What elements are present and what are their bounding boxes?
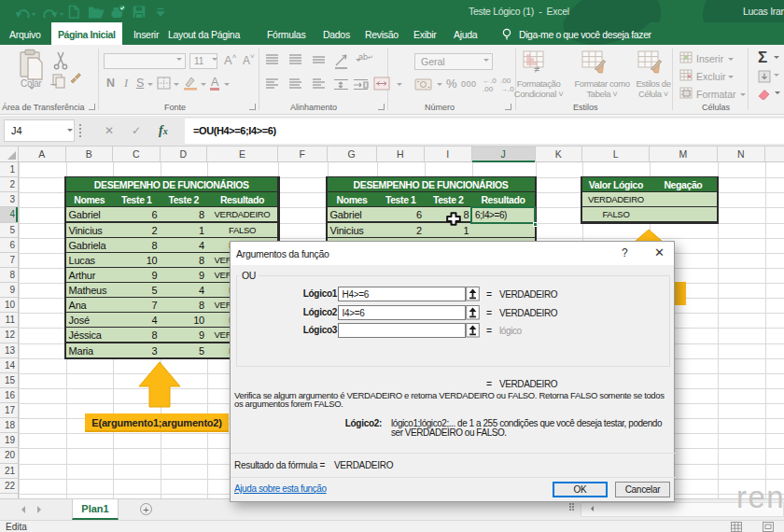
svg-text:×: × xyxy=(687,72,692,81)
svg-text:≠: ≠ xyxy=(534,63,539,75)
